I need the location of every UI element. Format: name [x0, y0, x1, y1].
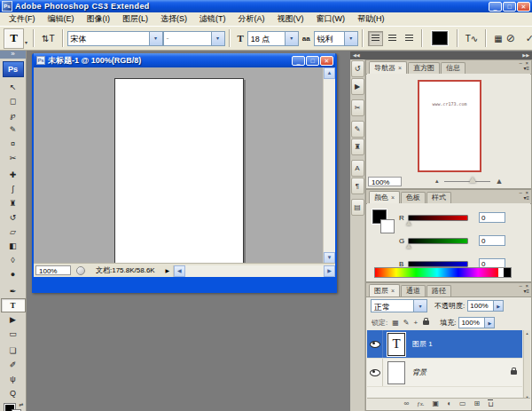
tool-dodge[interactable]: ● [1, 267, 26, 281]
scroll-right-icon[interactable]: ▶ [324, 265, 335, 277]
menu-file[interactable]: 文件(F) [3, 13, 42, 25]
tool-notes[interactable]: ❏ [1, 344, 26, 358]
green-slider-thumb[interactable] [406, 244, 411, 249]
history-panel-icon[interactable]: ↺ [351, 60, 364, 77]
dock-collapse-right-icon[interactable]: ▶▶ [522, 51, 529, 59]
font-family-select[interactable]: 宋体 ▾ [67, 31, 163, 46]
red-value-field[interactable]: 0 [479, 212, 505, 223]
tool-slice[interactable]: ✂ [1, 151, 26, 165]
layer-thumbnail[interactable]: T [387, 333, 405, 356]
eye-icon[interactable] [370, 369, 380, 376]
tool-move[interactable]: ↖ [1, 80, 26, 94]
tab-styles[interactable]: 样式 [426, 192, 451, 203]
tool-spot-healing-brush[interactable]: ✚ [1, 168, 26, 182]
tool-presets-panel-icon[interactable]: ✂ [351, 99, 364, 116]
font-style-select[interactable]: - ▾ [163, 31, 225, 46]
zoom-level-field[interactable]: 100% [35, 265, 71, 275]
chevron-down-icon[interactable]: ▾ [344, 32, 357, 45]
menu-help[interactable]: 帮助(H) [351, 13, 391, 25]
align-right-button[interactable] [402, 31, 417, 46]
scroll-up-icon[interactable]: ▲ [324, 67, 335, 79]
lock-transparency-icon[interactable]: ▦ [392, 319, 399, 327]
tool-crop[interactable]: ¤ [1, 137, 26, 151]
blend-mode-select[interactable]: 正常 ▾ [371, 299, 427, 312]
new-layer-icon[interactable]: ⊞ [474, 399, 481, 408]
tab-info[interactable]: 信息 [441, 62, 466, 74]
green-slider[interactable] [408, 238, 468, 244]
document-titlebar[interactable]: Ps 未标题-1 @ 100%(RGB/8) _ □ ✕ [34, 53, 335, 67]
zoom-slider[interactable] [444, 181, 490, 182]
opacity-arrow-icon[interactable]: ▶ [494, 300, 504, 312]
clone-source-panel-icon[interactable]: ♜ [351, 138, 364, 155]
align-center-button[interactable] [385, 31, 400, 46]
tool-brush[interactable]: ʃ [1, 182, 26, 196]
tab-navigator[interactable]: 导航器 × [369, 61, 407, 74]
tab-close-icon[interactable]: × [398, 62, 402, 74]
spectrum-black-swatch[interactable] [504, 267, 512, 278]
lock-all-icon[interactable] [423, 320, 429, 325]
commit-edits-icon[interactable]: ✓ [526, 33, 532, 44]
zoom-in-icon[interactable]: ▲ [496, 177, 504, 186]
menu-analysis[interactable]: 分析(A) [232, 13, 271, 25]
text-orientation-icon[interactable]: ⇅T [42, 34, 55, 43]
tool-gradient[interactable]: ◧ [1, 239, 26, 253]
chevron-down-icon[interactable]: ▾ [413, 300, 426, 312]
visibility-cell[interactable] [367, 359, 383, 386]
align-left-button[interactable] [368, 31, 383, 46]
tool-eraser[interactable]: ▱ [1, 225, 26, 239]
chevron-down-icon[interactable]: ▾ [285, 32, 298, 45]
text-color-swatch[interactable] [432, 31, 448, 45]
layer-list-scrollbar[interactable]: ▲ ▼ [523, 330, 530, 400]
type-tool-icon[interactable]: T [4, 28, 24, 49]
tool-hand[interactable]: ψ [1, 372, 26, 386]
opacity-field[interactable]: 100% [467, 300, 494, 312]
background-color-swatch[interactable] [380, 219, 395, 233]
menu-view[interactable]: 视图(V) [271, 13, 310, 25]
tab-close-icon[interactable]: × [391, 192, 395, 203]
tool-quick-selection[interactable]: ✎ [1, 123, 26, 137]
swap-colors-icon[interactable]: ⇄ [19, 401, 23, 407]
tab-paths[interactable]: 路径 [426, 285, 451, 296]
tab-layers[interactable]: 图层 × [369, 284, 400, 296]
toggle-palettes-icon[interactable]: ▦ [494, 34, 502, 43]
doc-maximize-button[interactable]: □ [306, 56, 319, 66]
red-slider[interactable] [408, 215, 468, 221]
menu-window[interactable]: 窗口(W) [310, 13, 352, 25]
zoom-out-icon[interactable]: ▴ [435, 178, 439, 185]
tab-channels[interactable]: 通道 [401, 285, 426, 296]
fill-arrow-icon[interactable]: ▶ [485, 317, 495, 328]
layer-mask-icon[interactable]: ▣ [433, 399, 440, 408]
layer-name[interactable]: 图层 1 [412, 339, 433, 349]
scroll-up-icon[interactable]: ▲ [524, 331, 530, 336]
lock-pixels-icon[interactable]: ✎ [403, 319, 410, 327]
tab-swatches[interactable]: 色板 [401, 192, 426, 203]
canvas[interactable] [114, 78, 244, 268]
link-layers-icon[interactable]: ∞ [404, 399, 410, 408]
lock-position-icon[interactable]: + [414, 319, 419, 327]
warp-text-icon[interactable]: T∿ [466, 34, 479, 43]
zoom-slider-thumb[interactable] [469, 177, 476, 183]
tool-rectangle-shape[interactable]: ▭ [1, 327, 26, 341]
font-size-select[interactable]: 18 点 ▾ [247, 31, 299, 46]
menu-image[interactable]: 图像(I) [81, 13, 117, 25]
eye-icon[interactable] [370, 341, 380, 348]
green-value-field[interactable]: 0 [479, 235, 505, 246]
dock-collapse-left-icon[interactable]: ◀◀ [353, 51, 360, 59]
tool-path-selection[interactable]: ▶ [1, 312, 26, 327]
toolbox-collapse-icon[interactable]: » [0, 51, 26, 59]
scroll-left-icon[interactable]: ◀ [174, 265, 185, 277]
layer-row-layer-1[interactable]: T 图层 1 [367, 330, 522, 359]
delete-layer-icon[interactable]: ⊔ [488, 399, 493, 409]
tool-pen[interactable]: ✒ [1, 284, 26, 298]
menu-layer[interactable]: 图层(L) [116, 13, 154, 25]
layer-style-icon[interactable]: ƒx. [417, 399, 424, 408]
horizontal-scrollbar[interactable]: ◀ ▶ [173, 265, 335, 277]
blue-slider[interactable] [408, 261, 468, 267]
fill-field[interactable]: 100% [458, 317, 485, 328]
color-spectrum-ramp[interactable] [374, 267, 500, 278]
tool-rectangular-marquee[interactable]: ◻ [1, 94, 26, 108]
tool-clone-stamp[interactable]: ♜ [1, 196, 26, 210]
close-button[interactable]: ✕ [517, 2, 530, 12]
minimize-button[interactable]: _ [489, 2, 502, 12]
panel-menu-lines-icon[interactable]: ≡ [526, 66, 529, 71]
